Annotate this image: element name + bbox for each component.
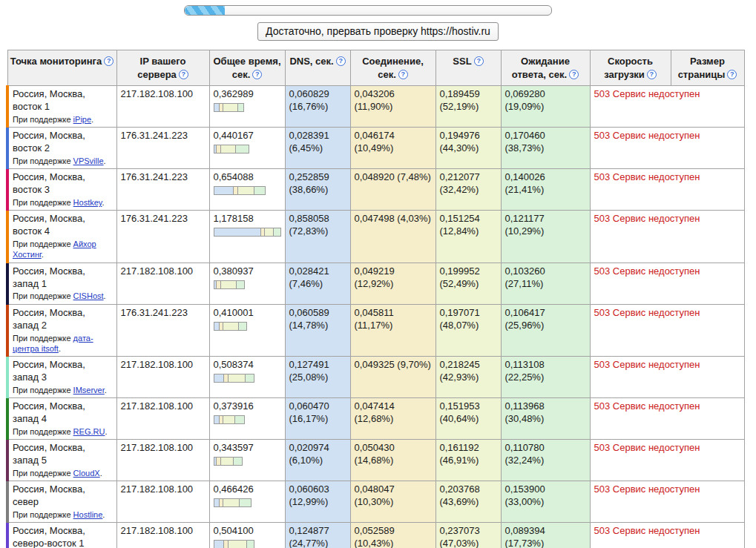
provider-link[interactable]: CloudX <box>73 469 100 478</box>
wait-time-cell: 0,103260 (27,11%) <box>501 263 590 304</box>
bar-wait-segment <box>234 457 243 466</box>
connection-time-cell: 0,047414 (12,68%) <box>350 398 435 440</box>
server-ip-cell: 217.182.108.100 <box>116 440 209 481</box>
column-header: Точка мониторинга? <box>7 50 116 86</box>
wait-time-cell: 0,113108 (22,25%) <box>501 357 590 398</box>
server-ip-cell: 176.31.241.223 <box>116 304 209 356</box>
monitoring-point-cell: Россия, Москва, восток 4 При поддержке А… <box>7 211 116 263</box>
bar-wait-segment <box>235 415 244 424</box>
help-icon[interactable]: ? <box>179 70 188 79</box>
total-time-cell: 0,466426 <box>209 481 285 523</box>
server-ip-cell: 217.182.108.100 <box>116 398 209 440</box>
monitoring-point-name: Россия, Москва, северо-восток 1 <box>13 525 113 548</box>
table-row: Россия, Москва, восток 2 При поддержке V… <box>7 128 744 169</box>
stop-check-button[interactable]: Достаточно, прервать проверку https://ho… <box>257 22 499 41</box>
provider-link[interactable]: IMserver <box>73 386 105 395</box>
time-breakdown-bar <box>214 540 281 548</box>
ssl-time-cell: 0,189459 (52,19%) <box>435 86 501 128</box>
provider-link[interactable]: Hostline <box>73 510 103 519</box>
ssl-time-cell: 0,194976 (44,30%) <box>435 128 501 169</box>
total-time-cell: 0,373916 <box>209 398 285 440</box>
provider-link[interactable]: VPSville <box>73 156 104 165</box>
bar-wait-segment <box>236 145 249 153</box>
dns-time-cell: 0,028421 (7,46%) <box>285 263 350 304</box>
ssl-time-cell: 0,237073 (47,03%) <box>435 523 501 548</box>
bar-dns-segment <box>214 374 225 383</box>
connection-time-cell: 0,048047 (10,30%) <box>350 481 435 523</box>
help-icon[interactable]: ? <box>336 56 346 66</box>
monitoring-point-name: Россия, Москва, запад 4 <box>13 400 113 426</box>
wait-time-cell: 0,089394 (17,73%) <box>501 523 590 548</box>
total-time-cell: 0,504100 <box>209 523 285 548</box>
status-cell: 503 Сервис недоступен <box>590 211 744 263</box>
status-cell: 503 Сервис недоступен <box>590 440 744 481</box>
table-row: Россия, Москва, восток 3 При поддержке H… <box>7 169 744 211</box>
bar-dns-segment <box>214 322 220 331</box>
help-icon[interactable]: ? <box>727 70 737 79</box>
total-time-cell: 0,380937 <box>209 263 285 304</box>
help-icon[interactable]: ? <box>104 56 114 66</box>
help-icon[interactable]: ? <box>474 56 484 66</box>
support-line: При поддержке Hostline. <box>13 509 113 520</box>
help-icon[interactable]: ? <box>647 70 657 79</box>
status-cell: 503 Сервис недоступен <box>590 357 744 398</box>
monitoring-point-cell: Россия, Москва, восток 3 При поддержке H… <box>7 169 116 211</box>
ssl-time-cell: 0,199952 (52,49%) <box>435 263 501 304</box>
time-breakdown-bar <box>214 103 281 112</box>
column-header: Ожидание ответа, сек.? <box>501 50 590 86</box>
bar-wait-segment <box>239 322 248 331</box>
ssl-time-cell: 0,212077 (32,42%) <box>435 169 501 211</box>
provider-link[interactable]: CISHost <box>73 291 104 300</box>
provider-link[interactable]: iPipe <box>73 115 91 124</box>
table-row: Россия, Москва, запад 2 При поддержке да… <box>7 304 744 356</box>
table-row: Россия, Москва, запад 5 При поддержке Cl… <box>7 440 744 481</box>
column-header: Размер страницы? <box>671 50 744 86</box>
table-row: Россия, Москва, север При поддержке Host… <box>7 481 744 523</box>
table-row: Россия, Москва, запад 1 При поддержке CI… <box>7 263 744 304</box>
connection-time-cell: 0,049219 (12,92%) <box>350 263 435 304</box>
dns-time-cell: 0,060603 (12,99%) <box>285 481 350 523</box>
bar-ssl-segment <box>223 498 239 507</box>
ssl-time-cell: 0,151953 (40,64%) <box>435 398 501 440</box>
header-row: Точка мониторинга?IP вашего сервера?Обще… <box>7 50 744 86</box>
help-icon[interactable]: ? <box>398 70 408 79</box>
server-ip-cell: 176.31.241.223 <box>116 169 209 211</box>
server-ip-cell: 217.182.108.100 <box>116 263 209 304</box>
wait-time-cell: 0,069280 (19,09%) <box>501 86 590 128</box>
table-row: Россия, Москва, восток 1 При поддержке i… <box>7 86 744 128</box>
dns-time-cell: 0,858058 (72,83%) <box>285 211 350 263</box>
time-breakdown-bar <box>214 498 281 507</box>
provider-link[interactable]: REG.RU <box>73 427 105 436</box>
support-line: При поддержке REG.RU. <box>13 426 113 437</box>
wait-time-cell: 0,170460 (38,73%) <box>501 128 590 169</box>
monitoring-results-table: Точка мониторинга?IP вашего сервера?Обще… <box>6 50 745 548</box>
monitoring-point-name: Россия, Москва, восток 2 <box>13 130 113 155</box>
column-header: SSL? <box>435 50 501 86</box>
monitoring-point-name: Россия, Москва, восток 1 <box>13 88 113 113</box>
monitoring-point-name: Россия, Москва, север <box>13 483 113 509</box>
total-time-cell: 0,654088 <box>209 169 285 211</box>
column-header: DNS, сек.? <box>285 50 350 86</box>
bar-ssl-segment <box>221 457 234 466</box>
dns-time-cell: 0,252859 (38,66%) <box>285 169 350 211</box>
time-breakdown-bar <box>214 457 281 466</box>
total-time-cell: 0,362989 <box>209 86 285 128</box>
bar-ssl-segment <box>223 322 239 331</box>
help-icon[interactable]: ? <box>569 70 579 79</box>
connection-time-cell: 0,043206 (11,90%) <box>350 86 435 128</box>
monitoring-point-cell: Россия, Москва, восток 2 При поддержке V… <box>7 128 116 169</box>
monitoring-point-name: Россия, Москва, восток 4 <box>13 213 113 238</box>
monitoring-point-cell: Россия, Москва, запад 1 При поддержке CI… <box>7 263 116 304</box>
server-ip-cell: 217.182.108.100 <box>116 357 209 398</box>
bar-dns-segment <box>214 415 220 424</box>
help-icon[interactable]: ? <box>252 70 262 79</box>
ssl-time-cell: 0,151254 (12,84%) <box>435 211 501 263</box>
monitoring-point-cell: Россия, Москва, запад 5 При поддержке Cl… <box>7 440 116 481</box>
time-breakdown-bar <box>214 145 281 153</box>
bar-dns-segment <box>214 498 220 507</box>
dns-time-cell: 0,127491 (25,08%) <box>285 357 350 398</box>
provider-link[interactable]: Hostkey <box>73 198 102 207</box>
dns-time-cell: 0,060829 (16,76%) <box>285 86 350 128</box>
bar-ssl-segment <box>223 103 238 112</box>
support-line: При поддержке IMserver. <box>13 385 113 395</box>
